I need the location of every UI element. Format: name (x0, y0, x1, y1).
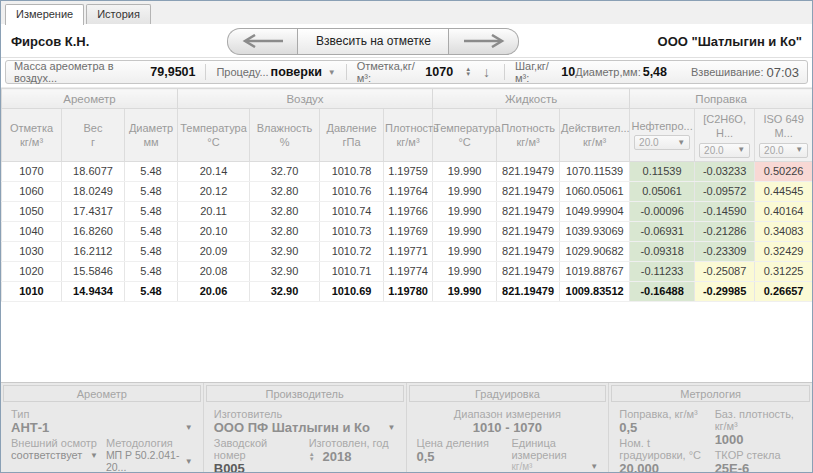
tab-measurement[interactable]: Измерение (5, 4, 84, 25)
chevron-down-icon[interactable]: ▼ (185, 423, 193, 432)
methodology-select[interactable]: МП Р 50.2.041-20... ▼ (106, 449, 193, 473)
chevron-down-icon[interactable]: ▼ (795, 145, 803, 155)
cell: 821.19479 (497, 241, 560, 261)
cell: 19.990 (433, 261, 497, 281)
cell: 32.90 (250, 261, 320, 281)
correction-temp-select[interactable]: 20.0▼ (634, 135, 690, 150)
cell: 20.10 (178, 221, 250, 241)
cell: -0.06931 (630, 221, 695, 241)
unit-select[interactable]: кг/м³ ▼ (511, 461, 598, 472)
mark-stepper[interactable]: ▲ ▼ (465, 67, 471, 77)
cell: 5.48 (125, 261, 178, 281)
cell: 20.08 (178, 261, 250, 281)
chevron-down-icon[interactable]: ▼ (185, 457, 193, 466)
cell: 16.8260 (62, 221, 125, 241)
cell: 0.31225 (755, 261, 812, 281)
weigh-at-mark-button[interactable]: Взвесить на отметке (297, 28, 449, 55)
next-mark-button[interactable] (449, 28, 519, 55)
column-header[interactable]: Температура°C (178, 109, 250, 162)
year-label: Изготовлен, год (309, 437, 396, 449)
cell: 1.19780 (384, 281, 433, 301)
cell: 821.19479 (497, 281, 560, 301)
maker-select[interactable]: ООО ПФ Шатлыгин и Ко ▼ (214, 420, 396, 435)
chevron-down-icon[interactable]: ▼ (677, 138, 685, 148)
procedure-label: Процеду... (216, 66, 268, 78)
cell: -0.11233 (630, 261, 695, 281)
cell: 1010.74 (320, 201, 384, 221)
cell: 1.19759 (384, 161, 433, 181)
column-header[interactable]: Температура°C (433, 109, 497, 162)
cell: 19.990 (433, 161, 497, 181)
chevron-down-icon[interactable]: ▼ (328, 68, 336, 77)
column-header[interactable]: Весг (62, 109, 125, 162)
cell: -0.29985 (695, 281, 755, 301)
column-header[interactable]: ДавлениегПа (320, 109, 384, 162)
chevron-down-icon[interactable]: ▼ (388, 423, 396, 432)
table-row[interactable]: 107018.60775.4820.1432.701010.781.197591… (2, 161, 813, 181)
column-header[interactable]: ISO 649 M...20.0▼ (755, 109, 812, 162)
step-label: Шаг,кг/м³: (515, 60, 559, 84)
year-stepper[interactable]: ▲ ▼ 2018 (309, 449, 396, 464)
cell: 1010 (2, 281, 62, 301)
group-graduation: Градуировка Диапазон измерения 1010 - 10… (407, 383, 610, 473)
column-header[interactable]: [C2H6O, H...20.0▼ (695, 109, 755, 162)
company-name: ООО "Шатлыгин и Ко" (658, 34, 802, 49)
column-header[interactable]: Влажность% (250, 109, 320, 162)
spinner-down-icon[interactable]: ▼ (309, 457, 315, 462)
table-row[interactable]: 103016.21125.4820.0932.901010.721.197711… (2, 241, 813, 261)
chevron-down-icon[interactable]: ▼ (90, 451, 98, 460)
cell: -0.16488 (630, 281, 695, 301)
inspection-select[interactable]: соответствует ▼ (11, 449, 98, 461)
settings-toolbar: Масса ареометра в воздух... 79,9501 Проц… (5, 60, 808, 84)
cell: 20.14 (178, 161, 250, 181)
column-header[interactable]: Плотностькг/м³ (497, 109, 560, 162)
cell: -0.14590 (695, 201, 755, 221)
cell: 15.5846 (62, 261, 125, 281)
cell: -0.09572 (695, 181, 755, 201)
details-panel: Ареометр Тип АНТ-1 ▼ Внешний осмотр соот… (1, 382, 812, 472)
column-header[interactable]: Отметкакг/м³ (2, 109, 62, 162)
cell: 1020 (2, 261, 62, 281)
cell: 1030 (2, 241, 62, 261)
tab-history[interactable]: История (86, 4, 151, 24)
column-header[interactable]: Нефтепро...20.0▼ (630, 109, 695, 162)
serial-label: Заводской номер (214, 437, 301, 461)
mark-label: Отметка,кг/м³: (357, 60, 424, 84)
spinner-down-icon[interactable]: ▼ (465, 72, 471, 77)
measurements-table: АреометрВоздухЖидкостьПоправкаОтметкакг/… (1, 88, 812, 302)
chevron-down-icon[interactable]: ▼ (737, 145, 745, 155)
cell: 32.80 (250, 181, 320, 201)
table-row[interactable]: 105017.43175.4820.1132.801010.741.197661… (2, 201, 813, 221)
procedure-select[interactable]: поверки (271, 65, 322, 79)
table-row[interactable]: 102015.58465.4820.0832.901010.711.197741… (2, 261, 813, 281)
cell: 0.34083 (755, 221, 812, 241)
diameter-value: 5,48 (643, 65, 667, 79)
step-down-icon[interactable]: ↓ (483, 65, 490, 79)
type-select[interactable]: АНТ-1 ▼ (11, 420, 193, 435)
serial-input[interactable]: В005 (214, 461, 301, 473)
correction-temp-select[interactable]: 20.0▼ (699, 143, 750, 158)
column-header[interactable]: Плотностькг/м³ (384, 109, 433, 162)
correction-temp-select[interactable]: 20.0▼ (759, 143, 808, 158)
column-group-header: Воздух (178, 89, 433, 109)
table-row[interactable]: 106018.02495.4820.1232.801010.761.197641… (2, 181, 813, 201)
range-value: 1010 - 1070 (417, 420, 599, 435)
table-row[interactable]: 104016.82605.4820.1032.801010.731.197691… (2, 221, 813, 241)
group-areometer-title: Ареометр (3, 385, 201, 402)
nominal-t-value: 20,000 (619, 461, 706, 473)
arrow-left-icon (241, 34, 285, 48)
cell: 5.48 (125, 241, 178, 261)
previous-mark-button[interactable] (227, 28, 297, 55)
maker-value: ООО ПФ Шатлыгин и Ко (214, 420, 370, 435)
unit-label: Единица измерения (511, 437, 598, 461)
mark-input[interactable]: 1070 (425, 65, 453, 79)
year-spinner[interactable]: ▲ ▼ (309, 452, 315, 462)
column-header[interactable]: Действител...кг/м³ (560, 109, 630, 162)
weighing-label: Взвешивание: (691, 66, 763, 78)
column-header[interactable]: Диаметрмм (125, 109, 178, 162)
cell: 1070.11539 (560, 161, 630, 181)
chevron-down-icon[interactable]: ▼ (590, 462, 598, 471)
cell: 0.44545 (755, 181, 812, 201)
step-value[interactable]: 10 (561, 65, 575, 79)
table-row[interactable]: 101014.94345.4820.0632.901010.691.197801… (2, 281, 813, 301)
